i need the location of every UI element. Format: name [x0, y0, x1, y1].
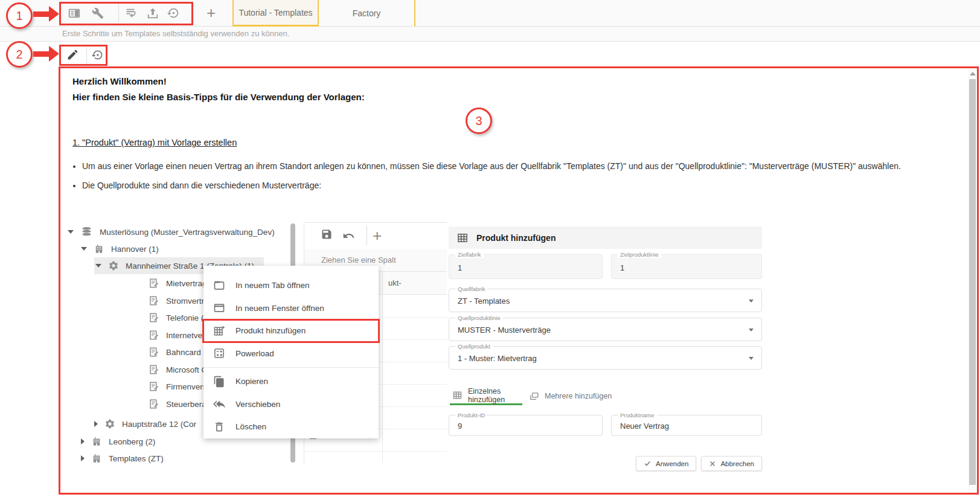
menu-item-delete[interactable]: Löschen: [203, 415, 379, 438]
tree-item-label: Templates (ZT): [109, 454, 164, 463]
content-scrollbar-thumb[interactable]: [969, 79, 976, 485]
field-value: 9: [458, 421, 462, 431]
caret-right-icon[interactable]: [81, 438, 85, 444]
annotation-circle-2: 2: [6, 41, 33, 68]
tree-item-telefonie[interactable]: Telefonie (3): [149, 309, 211, 326]
contract-icon: [149, 381, 159, 392]
edit-icon[interactable]: [66, 48, 79, 61]
apply-button-label: Anwenden: [656, 460, 688, 467]
caret-right-icon[interactable]: [81, 455, 85, 461]
caret-down-icon[interactable]: [68, 230, 74, 234]
scrollbar-up-arrow-icon[interactable]: [970, 72, 976, 75]
quellproduktlinie-dropdown[interactable]: Quellproduktlinie MUSTER - Musterverträg…: [449, 318, 762, 341]
tree-item-leonberg[interactable]: Leonberg (2): [81, 433, 155, 450]
tab-einzelnes-hinzufuegen[interactable]: Einzelnes hinzufügen: [450, 387, 522, 405]
calculator-icon: [213, 347, 225, 359]
restore-icon[interactable]: [167, 7, 179, 19]
menu-item-move[interactable]: Verschieben: [203, 393, 379, 416]
menu-item-powerload[interactable]: Powerload: [203, 342, 379, 365]
contract-icon: [149, 364, 159, 375]
undo-icon[interactable]: [342, 229, 355, 242]
tab-factory[interactable]: Factory: [319, 0, 415, 27]
restore-icon[interactable]: [91, 49, 103, 61]
annotation-circle-3: 3: [466, 107, 492, 134]
gear-icon: [108, 260, 119, 271]
contract-icon: [149, 312, 159, 323]
cancel-button[interactable]: Abbrechen: [701, 456, 762, 471]
apply-button[interactable]: Anwenden: [636, 456, 696, 471]
tree-item-label: Musterlösung (Muster_Vertragsverwaltung_…: [100, 228, 275, 237]
toolbar-separator: [367, 225, 367, 245]
field-label: Quellproduktlinie: [455, 315, 503, 321]
building-icon: [91, 453, 102, 464]
tree-item-hannover[interactable]: Hannover (1): [81, 240, 159, 257]
form-header: Produkt hinzufügen: [449, 226, 762, 249]
copy-icon: [213, 376, 225, 388]
produktname-field[interactable]: Produktname Neuer Vertrag: [611, 415, 762, 436]
annotation-arrowhead-2: [49, 46, 59, 62]
tree-item-label: Hauptstraße 12 (Cor: [122, 420, 196, 429]
tab-mehrere-hinzufuegen[interactable]: Mehrere hinzufügen: [529, 387, 612, 405]
open-window-icon: [213, 302, 225, 314]
apply-list-icon[interactable]: [124, 7, 138, 20]
tree-item-label: Hannover (1): [111, 245, 159, 254]
contract-icon: [149, 330, 159, 341]
form-title: Produkt hinzufügen: [476, 233, 556, 243]
tab-tutorial-templates[interactable]: Tutorial - Templates: [232, 0, 319, 27]
drop-hint-text: Ziehen Sie eine Spalt: [321, 255, 396, 264]
annotation-circle-1: 1: [6, 2, 33, 29]
tree-item-musterloesung[interactable]: Musterlösung (Muster_Vertragsverwaltung_…: [68, 223, 275, 240]
app-window: Erste Schritte um Templates selbstständi…: [0, 0, 980, 500]
form-tab-label: Mehrere hinzufügen: [545, 392, 612, 400]
field-value: 1 - Muster: Mietvertrag: [458, 354, 537, 363]
menu-item-label: Powerload: [235, 349, 274, 358]
detail-view-icon[interactable]: [68, 7, 81, 20]
tree-item-templates-zt[interactable]: Templates (ZT): [81, 450, 164, 467]
caret-right-icon[interactable]: [94, 421, 98, 427]
trash-icon: [213, 421, 225, 433]
menu-item-label: Verschieben: [235, 400, 280, 409]
menu-item-open-tab[interactable]: In neuem Tab öffnen: [203, 274, 379, 297]
menu-item-copy[interactable]: Kopieren: [203, 370, 379, 393]
caret-down-icon[interactable]: [95, 264, 101, 268]
quellfabrik-dropdown[interactable]: Quellfabrik ZT - Templates: [449, 289, 762, 312]
stacked-windows-icon: [529, 391, 539, 402]
tree-item-hauptstrasse[interactable]: Hauptstraße 12 (Cor: [94, 415, 196, 432]
grid-column-header-text: ukt-: [388, 278, 402, 287]
contract-icon: [149, 347, 159, 357]
grid-column-divider: [382, 272, 383, 463]
menu-item-label: Produkt hinzufügen: [235, 326, 306, 335]
field-value: Neuer Vertrag: [620, 421, 669, 431]
chevron-down-icon[interactable]: [749, 357, 754, 360]
chevron-down-icon[interactable]: [749, 329, 754, 332]
zielfabrik-field: Zielfabrik 1: [449, 254, 603, 279]
save-icon[interactable]: [321, 228, 333, 240]
upload-icon[interactable]: [146, 7, 159, 20]
produkt-id-field[interactable]: Produkt-ID 9: [449, 415, 603, 436]
grid-row-line: [304, 451, 447, 452]
welcome-heading: Herzlich Willkommen!: [72, 76, 167, 86]
menu-item-add-product[interactable]: Produkt hinzufügen: [203, 319, 379, 342]
chevron-down-icon[interactable]: [749, 300, 754, 303]
add-tab-button[interactable]: +: [207, 4, 216, 22]
grid-add-button[interactable]: +: [373, 226, 382, 245]
gear-icon: [104, 418, 115, 429]
add-product-form: Produkt hinzufügen Zielfabrik 1 Zielprod…: [449, 226, 762, 475]
wrench-icon[interactable]: [92, 7, 104, 19]
menu-item-label: Kopieren: [235, 377, 268, 386]
tab-subtitle: Erste Schritte um Templates selbstständi…: [62, 29, 289, 38]
menu-item-open-window[interactable]: In neuem Fenster öffnen: [203, 297, 379, 320]
field-label: Zielfabrik: [455, 251, 484, 258]
annotation-arrow-2: [33, 51, 50, 57]
field-value: 1: [620, 263, 624, 272]
contract-icon: [149, 295, 159, 306]
quellprodukt-dropdown[interactable]: Quellprodukt 1 - Muster: Mietvertrag: [449, 346, 762, 370]
toolbar-separator: [118, 4, 119, 22]
section-title: 1. "Produkt" (Vertrag) mit Vorlage erste…: [72, 138, 237, 147]
menu-divider: [203, 367, 379, 368]
field-value: MUSTER - Musterverträge: [458, 325, 551, 335]
menu-item-label: Löschen: [235, 422, 266, 431]
caret-down-icon[interactable]: [81, 247, 87, 251]
tab-label: Factory: [353, 8, 381, 18]
table-grid-icon: [456, 232, 469, 244]
